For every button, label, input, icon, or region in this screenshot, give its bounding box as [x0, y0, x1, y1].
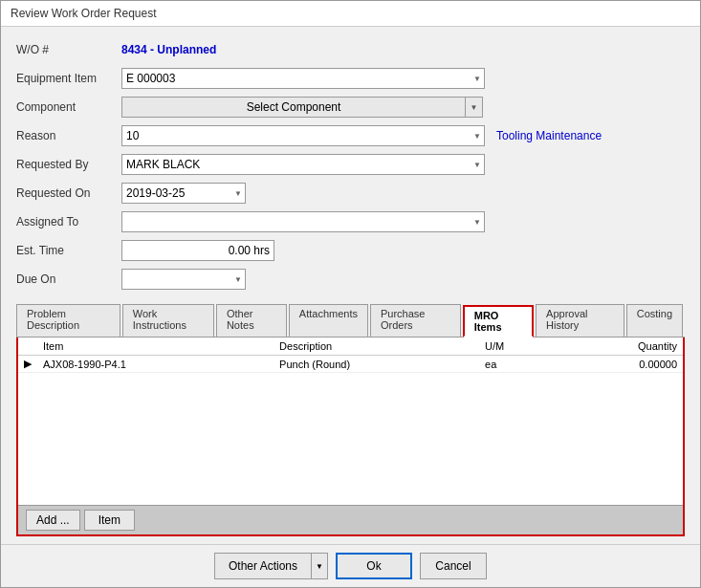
item-button[interactable]: Item — [84, 510, 135, 531]
requested-by-row: Requested By MARK BLACK — [16, 153, 685, 176]
requested-by-label: Requested By — [16, 158, 121, 171]
reason-control: 10 Tooling Maintenance — [121, 125, 685, 146]
row-indicator: ▶ — [18, 356, 37, 373]
est-time-row: Est. Time — [16, 239, 685, 262]
requested-on-row: Requested On 2019-03-25 — [16, 182, 685, 205]
wo-value-area: 8434 - Unplanned — [121, 43, 685, 56]
add-button[interactable]: Add ... — [26, 510, 80, 531]
requested-by-select-wrapper[interactable]: MARK BLACK — [121, 154, 485, 175]
row-description: Punch (Round) — [274, 356, 479, 373]
tab-costing[interactable]: Costing — [626, 304, 683, 337]
tab-attach[interactable]: Attachments — [289, 304, 368, 337]
equipment-control: E 000003 — [121, 68, 685, 89]
other-actions-split: Other Actions ▼ — [214, 553, 328, 579]
equipment-select-wrapper[interactable]: E 000003 — [121, 68, 485, 89]
form-content: W/O # 8434 - Unplanned Equipment Item E … — [1, 27, 700, 544]
add-bar: Add ... Item — [18, 505, 683, 534]
col-indicator-header — [18, 338, 37, 356]
equipment-label: Equipment Item — [16, 72, 121, 85]
assigned-to-select-wrapper[interactable] — [121, 211, 485, 232]
reason-label: Reason — [16, 129, 121, 142]
table-row[interactable]: ▶ AJX08-1990-P4.1 Punch (Round) ea 0.000… — [18, 356, 683, 373]
requested-on-label: Requested On — [16, 186, 121, 200]
requested-by-select[interactable]: MARK BLACK — [121, 154, 485, 175]
due-on-label: Due On — [16, 272, 121, 286]
col-uom-header: U/M — [479, 338, 556, 356]
ok-button[interactable]: Ok — [336, 553, 412, 579]
component-dropdown-arrow[interactable]: ▼ — [466, 97, 483, 118]
reason-row: Reason 10 Tooling Maintenance — [16, 124, 685, 147]
other-actions-button[interactable]: Other Actions — [214, 553, 311, 579]
assigned-to-row: Assigned To — [16, 210, 685, 233]
tabs-section: Problem Description Work Instructions Ot… — [16, 304, 685, 536]
row-uom: ea — [479, 356, 556, 373]
tab-po[interactable]: Purchase Orders — [370, 304, 461, 337]
table-empty-space — [18, 373, 683, 505]
due-on-row: Due On — [16, 268, 685, 291]
cancel-button[interactable]: Cancel — [420, 553, 487, 579]
tooling-label: Tooling Maintenance — [496, 129, 602, 142]
col-quantity-header: Quantity — [557, 338, 683, 356]
est-time-label: Est. Time — [16, 244, 121, 257]
assigned-to-select[interactable] — [121, 211, 485, 232]
table-header-row: Item Description U/M Quantity — [18, 338, 683, 356]
main-window: Review Work Order Request W/O # 8434 - U… — [0, 0, 701, 588]
requested-by-control: MARK BLACK — [121, 154, 685, 175]
row-item: AJX08-1990-P4.1 — [37, 356, 274, 373]
assigned-to-control — [121, 211, 685, 232]
est-time-input[interactable] — [121, 240, 274, 261]
requested-on-select[interactable]: 2019-03-25 — [121, 183, 246, 204]
tab-bar: Problem Description Work Instructions Ot… — [16, 304, 685, 338]
requested-on-select-wrapper[interactable]: 2019-03-25 — [121, 183, 246, 204]
reason-select-wrapper[interactable]: 10 — [121, 125, 485, 146]
component-control: Select Component ▼ — [121, 97, 685, 118]
window-title: Review Work Order Request — [11, 7, 157, 20]
due-on-control — [121, 269, 685, 290]
tab-problem[interactable]: Problem Description — [16, 304, 120, 337]
requested-on-control: 2019-03-25 — [121, 183, 685, 204]
component-row: Component Select Component ▼ — [16, 96, 685, 119]
mro-table-area: Item Description U/M Quantity ▶ AJX08-19… — [16, 338, 685, 536]
component-label: Component — [16, 100, 121, 114]
row-quantity: 0.00000 — [557, 356, 683, 373]
tab-mro[interactable]: MRO Items — [463, 305, 534, 338]
other-actions-arrow[interactable]: ▼ — [311, 553, 328, 579]
tab-approval[interactable]: Approval History — [536, 304, 624, 337]
table-body: ▶ AJX08-1990-P4.1 Punch (Round) ea 0.000… — [18, 356, 683, 373]
due-on-select[interactable] — [121, 269, 246, 290]
equipment-select[interactable]: E 000003 — [121, 68, 485, 89]
wo-row: W/O # 8434 - Unplanned — [16, 38, 685, 61]
col-item-header: Item — [37, 338, 274, 356]
equipment-row: Equipment Item E 000003 — [16, 67, 685, 90]
tab-work[interactable]: Work Instructions — [122, 304, 214, 337]
est-time-control — [121, 240, 685, 261]
wo-value[interactable]: 8434 - Unplanned — [121, 43, 216, 56]
reason-select[interactable]: 10 — [121, 125, 485, 146]
select-component-button[interactable]: Select Component — [121, 97, 466, 118]
wo-label: W/O # — [16, 43, 121, 56]
col-description-header: Description — [274, 338, 479, 356]
tab-notes[interactable]: Other Notes — [216, 304, 287, 337]
title-bar: Review Work Order Request — [1, 1, 700, 27]
mro-table: Item Description U/M Quantity ▶ AJX08-19… — [18, 338, 683, 373]
footer: Other Actions ▼ Ok Cancel — [1, 544, 700, 587]
assigned-to-label: Assigned To — [16, 215, 121, 229]
due-on-select-wrapper[interactable] — [121, 269, 246, 290]
